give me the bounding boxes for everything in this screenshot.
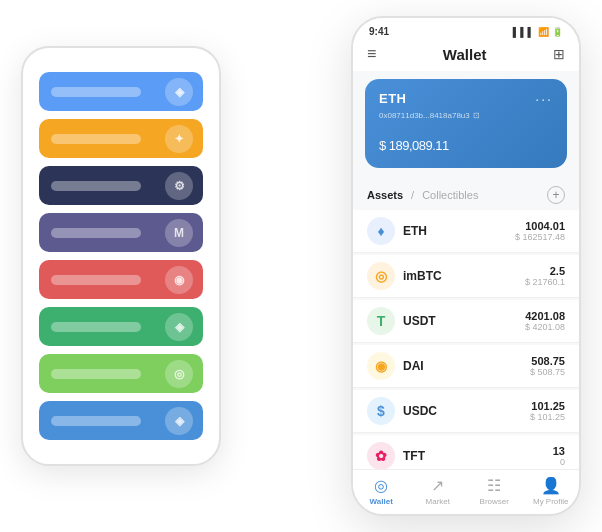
bottom-nav: ◎Wallet↗Market☷Browser👤My Profile [353,469,579,514]
asset-list: ♦ETH1004.01$ 162517.48◎imBTC2.5$ 21760.1… [353,210,579,469]
phone-left: ◈✦⚙M◉◈◎◈ [21,46,221,466]
tab-sep: / [411,189,414,201]
tft-name: TFT [403,449,553,463]
header-title: Wallet [443,46,487,63]
eth-card-address: 0x08711d3b...8418a78u3 ⊡ [379,111,553,120]
usdt-amount: 4201.08 [525,310,565,322]
add-asset-button[interactable]: + [547,186,565,204]
eth-usd: $ 162517.48 [515,232,565,242]
menu-icon[interactable]: ≡ [367,45,376,63]
usdc-name: USDC [403,404,530,418]
dai-amount: 508.75 [530,355,565,367]
asset-item[interactable]: ♦ETH1004.01$ 162517.48 [353,210,579,253]
card-strip-4[interactable]: ◉ [39,260,203,299]
nav-item-wallet[interactable]: ◎Wallet [353,476,410,506]
usdt-icon: T [367,307,395,335]
card-strip-2[interactable]: ⚙ [39,166,203,205]
card-strip-0[interactable]: ◈ [39,72,203,111]
wifi-icon: 📶 [538,27,549,37]
imbtc-values: 2.5$ 21760.1 [525,265,565,287]
usdc-values: 101.25$ 101.25 [530,400,565,422]
app-header: ≡ Wallet ⊞ [353,41,579,71]
assets-header: Assets / Collectibles + [353,176,579,208]
asset-item[interactable]: ◎imBTC2.5$ 21760.1 [353,255,579,298]
phone-content: ETH ··· 0x08711d3b...8418a78u3 ⊡ $189,08… [353,71,579,469]
eth-card-balance: $189,089.11 [379,130,553,156]
tft-usd: 0 [553,457,565,467]
tft-values: 130 [553,445,565,467]
nav-item-my-profile[interactable]: 👤My Profile [523,476,580,506]
dai-name: DAI [403,359,530,373]
dai-usd: $ 508.75 [530,367,565,377]
assets-tabs: Assets / Collectibles [367,189,478,201]
asset-item[interactable]: ◉DAI508.75$ 508.75 [353,345,579,388]
nav-item-browser[interactable]: ☷Browser [466,476,523,506]
nav-my-profile-icon: 👤 [541,476,561,495]
eth-icon: ♦ [367,217,395,245]
nav-wallet-label: Wallet [370,497,393,506]
card-strip-7[interactable]: ◈ [39,401,203,440]
nav-market-label: Market [426,497,450,506]
usdt-values: 4201.08$ 4201.08 [525,310,565,332]
eth-card-header: ETH ··· [379,91,553,107]
usdc-usd: $ 101.25 [530,412,565,422]
eth-values: 1004.01$ 162517.48 [515,220,565,242]
eth-amount: 1004.01 [515,220,565,232]
usdc-icon: $ [367,397,395,425]
imbtc-name: imBTC [403,269,525,283]
usdt-name: USDT [403,314,525,328]
status-time: 9:41 [369,26,389,37]
eth-name: ETH [403,224,515,238]
tab-collectibles[interactable]: Collectibles [422,189,478,201]
asset-item[interactable]: TUSDT4201.08$ 4201.08 [353,300,579,343]
status-bar: 9:41 ▌▌▌ 📶 🔋 [353,18,579,41]
asset-item[interactable]: ✿TFT130 [353,435,579,469]
nav-browser-label: Browser [480,497,509,506]
tft-amount: 13 [553,445,565,457]
nav-wallet-icon: ◎ [374,476,388,495]
signal-icon: ▌▌▌ [513,27,535,37]
phone-right: 9:41 ▌▌▌ 📶 🔋 ≡ Wallet ⊞ ETH ··· 0x0871 [351,16,581,516]
app-scene: ◈✦⚙M◉◈◎◈ 9:41 ▌▌▌ 📶 🔋 ≡ Wallet ⊞ ETH ··· [21,16,581,516]
tab-assets[interactable]: Assets [367,189,403,201]
imbtc-amount: 2.5 [525,265,565,277]
usdt-usd: $ 4201.08 [525,322,565,332]
dai-values: 508.75$ 508.75 [530,355,565,377]
nav-my-profile-label: My Profile [533,497,569,506]
card-strip-5[interactable]: ◈ [39,307,203,346]
card-strip-1[interactable]: ✦ [39,119,203,158]
battery-icon: 🔋 [552,27,563,37]
eth-card[interactable]: ETH ··· 0x08711d3b...8418a78u3 ⊡ $189,08… [365,79,567,168]
dai-icon: ◉ [367,352,395,380]
eth-card-token: ETH [379,91,407,106]
usdc-amount: 101.25 [530,400,565,412]
imbtc-icon: ◎ [367,262,395,290]
nav-item-market[interactable]: ↗Market [410,476,467,506]
nav-browser-icon: ☷ [487,476,501,495]
eth-card-more[interactable]: ··· [535,91,553,107]
copy-address-icon[interactable]: ⊡ [473,111,480,120]
tft-icon: ✿ [367,442,395,469]
status-icons: ▌▌▌ 📶 🔋 [513,27,563,37]
imbtc-usd: $ 21760.1 [525,277,565,287]
nav-market-icon: ↗ [431,476,444,495]
scan-icon[interactable]: ⊞ [553,46,565,62]
card-strip-6[interactable]: ◎ [39,354,203,393]
card-strip-3[interactable]: M [39,213,203,252]
asset-item[interactable]: $USDC101.25$ 101.25 [353,390,579,433]
